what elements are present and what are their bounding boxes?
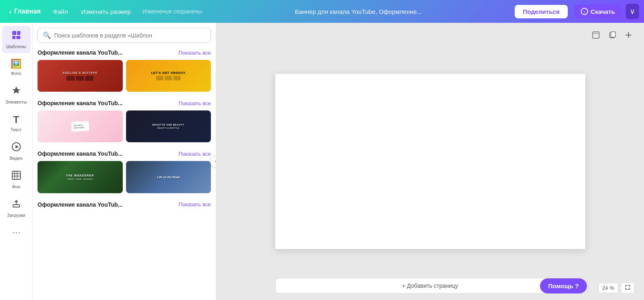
svg-rect-2 xyxy=(12,36,15,39)
file-button[interactable]: Файл xyxy=(48,6,73,18)
sidebar-item-uploads[interactable]: Загрузки xyxy=(2,195,31,222)
back-icon: ‹ xyxy=(9,7,12,16)
copy-tool-button[interactable] xyxy=(606,29,618,43)
video-label: Видео xyxy=(9,156,22,161)
templates-icon xyxy=(11,30,21,42)
template-label-t6: Life on the Road xyxy=(155,174,181,180)
template-card-cassettes-yellow[interactable]: LET'S GET GROOVY xyxy=(126,60,211,92)
saved-status: Изменения сохранены xyxy=(142,8,202,15)
template-label-t1: ADELINE'S MIXTAPE xyxy=(61,70,100,82)
sidebar-item-text[interactable]: T Текст xyxy=(2,110,31,136)
download-label: Скачать xyxy=(591,8,615,15)
elements-icon xyxy=(11,86,21,98)
template-grid-1: ADELINE'S MIXTAPE LET'S GET GROOVY xyxy=(38,60,211,92)
help-label: Помощь ? xyxy=(548,282,579,289)
zoom-bar: 24 % xyxy=(598,282,634,293)
sidebar-item-video[interactable]: Видео xyxy=(2,138,31,165)
canvas-page[interactable] xyxy=(275,74,585,249)
template-card-beauty[interactable]: BRIGITTE AND BEAUTY BEAUTY & LIFESTYLE xyxy=(126,110,211,142)
resize-button[interactable]: Изменить размер xyxy=(76,6,136,18)
template-card-scrapbook[interactable]: the best love letter xyxy=(38,110,123,142)
sidebar-item-more[interactable]: ⋯ xyxy=(2,223,31,241)
section-header-4: Оформление канала YouTub... Показать все xyxy=(38,201,211,208)
sidebar-item-templates[interactable]: Шаблоны xyxy=(2,26,31,53)
background-icon xyxy=(11,170,21,183)
canvas-area: + Добавить страницу 24 % Помощь ? xyxy=(216,23,644,300)
home-button[interactable]: ‹ Главная xyxy=(5,4,45,19)
svg-rect-6 xyxy=(12,171,20,179)
add-page-button[interactable]: + Добавить страницу xyxy=(275,278,585,293)
show-all-1[interactable]: Показать все xyxy=(179,50,211,56)
svg-rect-1 xyxy=(17,31,20,35)
sidebar-item-background[interactable]: Фон xyxy=(2,166,31,193)
svg-marker-5 xyxy=(15,145,19,148)
download-button[interactable]: ↓ Скачать xyxy=(574,4,622,18)
topbar: ‹ Главная Файл Изменить размер Изменения… xyxy=(0,0,644,23)
template-card-cassettes-red[interactable]: ADELINE'S MIXTAPE xyxy=(38,60,123,92)
template-card-road[interactable]: Life on the Road xyxy=(126,161,211,193)
text-label: Текст xyxy=(11,127,22,132)
uploads-icon xyxy=(11,199,21,211)
sidebar-item-photos[interactable]: 🖼️ Фото xyxy=(2,55,31,80)
elements-label: Элементы xyxy=(5,99,27,104)
template-card-wanderer[interactable]: THE WANDERER explore · travel · adventur… xyxy=(38,161,123,193)
help-button[interactable]: Помощь ? xyxy=(540,278,587,293)
section-header-3: Оформление канала YouTub... Показать все xyxy=(38,150,211,157)
show-all-4[interactable]: Показать все xyxy=(179,201,211,207)
template-label-t4: BRIGITTE AND BEAUTY BEAUTY & LIFESTYLE xyxy=(151,122,186,131)
collapse-panel-button[interactable]: ‹ xyxy=(210,156,216,167)
expand-button[interactable]: ∨ xyxy=(626,4,639,19)
uploads-label: Загрузки xyxy=(7,213,25,218)
section-title-4: Оформление канала YouTub... xyxy=(38,201,123,208)
template-grid-3: THE WANDERER explore · travel · adventur… xyxy=(38,161,211,193)
zoom-level-display: 24 % xyxy=(598,283,618,293)
svg-rect-3 xyxy=(16,36,20,39)
sidebar-item-elements[interactable]: Элементы xyxy=(2,82,31,108)
home-label: Главная xyxy=(14,8,41,15)
section-header-1: Оформление канала YouTub... Показать все xyxy=(38,49,211,56)
share-button[interactable]: Поделиться xyxy=(515,5,568,18)
search-bar: 🔍 xyxy=(38,28,211,43)
document-title: Баннер для канала YouTube, Оформление... xyxy=(206,8,512,15)
templates-panel: 🔍 Оформление канала YouTub... Показать в… xyxy=(33,23,216,300)
video-icon xyxy=(11,142,21,154)
more-icon: ⋯ xyxy=(12,227,20,237)
svg-rect-11 xyxy=(13,205,20,207)
section-title-1: Оформление канала YouTub... xyxy=(38,49,123,56)
svg-rect-13 xyxy=(593,32,599,38)
background-label: Фон xyxy=(12,184,20,189)
svg-rect-16 xyxy=(611,32,615,37)
show-all-3[interactable]: Показать все xyxy=(179,151,211,157)
text-icon: T xyxy=(13,114,19,126)
photos-icon: 🖼️ xyxy=(11,59,22,69)
section-title-3: Оформление канала YouTub... xyxy=(38,150,123,157)
search-icon: 🔍 xyxy=(43,31,51,39)
download-icon: ↓ xyxy=(581,8,588,15)
template-label-t5: THE WANDERER explore · travel · adventur… xyxy=(64,172,96,182)
templates-label: Шаблоны xyxy=(6,44,26,49)
zoom-expand-button[interactable] xyxy=(621,282,634,293)
section-title-2: Оформление канала YouTub... xyxy=(38,100,123,106)
show-all-2[interactable]: Показать все xyxy=(179,100,211,106)
search-input[interactable] xyxy=(54,32,206,39)
icon-sidebar: Шаблоны 🖼️ Фото Элементы T Текст xyxy=(0,23,33,300)
template-label-t2: LET'S GET GROOVY xyxy=(149,70,187,82)
frame-tool-button[interactable] xyxy=(590,29,602,43)
add-tool-button[interactable] xyxy=(623,29,634,43)
section-header-2: Оформление канала YouTub... Показать все xyxy=(38,100,211,106)
photos-label: Фото xyxy=(11,71,21,76)
svg-rect-0 xyxy=(12,31,16,35)
canvas-toolbar xyxy=(590,29,634,43)
template-grid-2: the best love letter BRIGITTE AND BEAUTY… xyxy=(38,110,211,142)
main-layout: Шаблоны 🖼️ Фото Элементы T Текст xyxy=(0,23,644,300)
